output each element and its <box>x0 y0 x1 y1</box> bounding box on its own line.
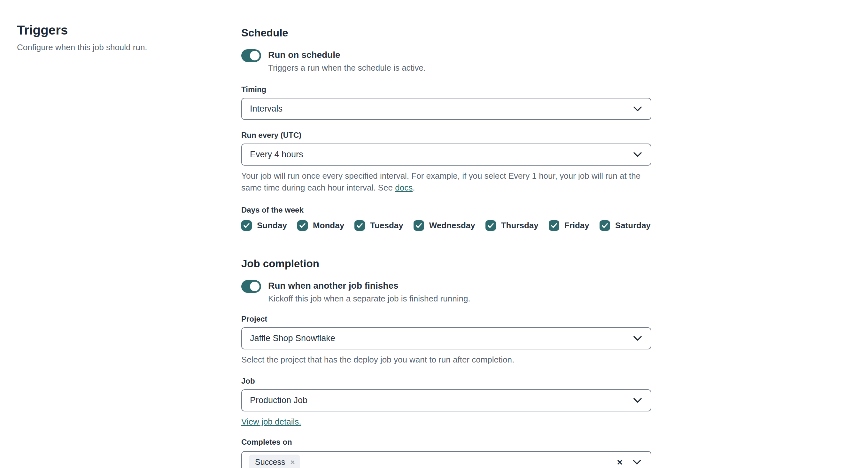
day-label: Saturday <box>615 221 651 230</box>
day-checkbox-monday[interactable]: Monday <box>297 220 344 231</box>
run-every-select[interactable]: Every 4 hours <box>241 144 651 165</box>
run-when-job-finishes-toggle[interactable] <box>241 280 261 293</box>
day-label: Tuesday <box>370 221 403 230</box>
day-label: Sunday <box>257 221 287 230</box>
triggers-intro-panel: Triggers Configure when this job should … <box>17 23 215 53</box>
chevron-down-icon <box>633 106 642 112</box>
checkbox-checked-icon <box>599 220 610 231</box>
run-every-help: Your job will run once every specified i… <box>241 170 651 194</box>
checkbox-checked-icon <box>241 220 252 231</box>
job-label: Job <box>241 377 651 385</box>
run-when-job-finishes-row: Run when another job finishes Kickoff th… <box>241 280 651 304</box>
timing-label: Timing <box>241 85 651 94</box>
checkbox-checked-icon <box>297 220 308 231</box>
run-on-schedule-row: Run on schedule Triggers a run when the … <box>241 49 651 73</box>
view-job-details-link[interactable]: View job details. <box>241 417 301 427</box>
project-select[interactable]: Jaffle Shop Snowflake <box>241 327 651 349</box>
status-tag-label: Success <box>255 458 285 467</box>
run-every-help-text: Your job will run once every specified i… <box>241 171 641 192</box>
days-of-week-label: Days of the week <box>241 206 651 215</box>
day-label: Thursday <box>501 221 538 230</box>
project-help: Select the project that has the deploy j… <box>241 354 651 366</box>
timing-select-value: Intervals <box>250 104 633 114</box>
page-title: Triggers <box>17 23 215 37</box>
day-label: Wednesday <box>429 221 475 230</box>
page-subtitle: Configure when this job should run. <box>17 42 215 53</box>
checkbox-checked-icon <box>354 220 365 231</box>
run-when-job-finishes-description: Kickoff this job when a separate job is … <box>268 294 470 304</box>
job-completion-heading: Job completion <box>241 258 651 270</box>
docs-link[interactable]: docs <box>395 183 412 192</box>
remove-tag-icon[interactable]: × <box>290 459 294 466</box>
run-on-schedule-description: Triggers a run when the schedule is acti… <box>268 63 426 73</box>
triggers-settings-page: Triggers Configure when this job should … <box>0 0 868 468</box>
toggle-knob-icon <box>250 282 259 291</box>
run-every-help-period: . <box>412 183 415 192</box>
day-checkbox-saturday[interactable]: Saturday <box>599 220 651 231</box>
day-checkbox-thursday[interactable]: Thursday <box>486 220 538 231</box>
checkbox-checked-icon <box>413 220 424 231</box>
day-checkbox-tuesday[interactable]: Tuesday <box>354 220 403 231</box>
clear-all-icon[interactable]: × <box>617 458 623 467</box>
day-checkbox-sunday[interactable]: Sunday <box>241 220 287 231</box>
day-label: Monday <box>313 221 344 230</box>
day-checkbox-wednesday[interactable]: Wednesday <box>413 220 475 231</box>
toggle-knob-icon <box>250 51 259 60</box>
project-select-value: Jaffle Shop Snowflake <box>250 334 633 343</box>
run-when-job-finishes-label: Run when another job finishes <box>268 281 470 291</box>
project-label: Project <box>241 315 651 323</box>
run-on-schedule-label: Run on schedule <box>268 50 426 60</box>
chevron-down-icon <box>633 336 642 341</box>
completes-on-multiselect[interactable]: Success × × <box>241 451 651 468</box>
schedule-section: Schedule Run on schedule Triggers a run … <box>241 27 651 231</box>
day-label: Friday <box>564 221 589 230</box>
timing-select[interactable]: Intervals <box>241 98 651 120</box>
checkbox-checked-icon <box>486 220 496 231</box>
status-tag: Success × <box>249 455 300 468</box>
run-every-label: Run every (UTC) <box>241 131 651 140</box>
days-of-week-group: Sunday Monday Tuesday Wednesday Thursday <box>241 220 651 231</box>
completes-on-label: Completes on <box>241 438 651 446</box>
job-completion-section: Job completion Run when another job fini… <box>241 258 651 468</box>
run-on-schedule-text: Run on schedule Triggers a run when the … <box>268 49 426 73</box>
schedule-heading: Schedule <box>241 27 651 39</box>
run-when-job-finishes-text: Run when another job finishes Kickoff th… <box>268 280 470 304</box>
chevron-down-icon[interactable] <box>633 460 641 465</box>
triggers-form: Schedule Run on schedule Triggers a run … <box>241 27 651 468</box>
job-select[interactable]: Production Job <box>241 389 651 411</box>
chevron-down-icon <box>633 398 642 403</box>
checkbox-checked-icon <box>549 220 559 231</box>
job-select-value: Production Job <box>250 396 633 405</box>
run-every-select-value: Every 4 hours <box>250 150 633 159</box>
chevron-down-icon <box>633 152 642 157</box>
day-checkbox-friday[interactable]: Friday <box>549 220 589 231</box>
run-on-schedule-toggle[interactable] <box>241 49 261 62</box>
